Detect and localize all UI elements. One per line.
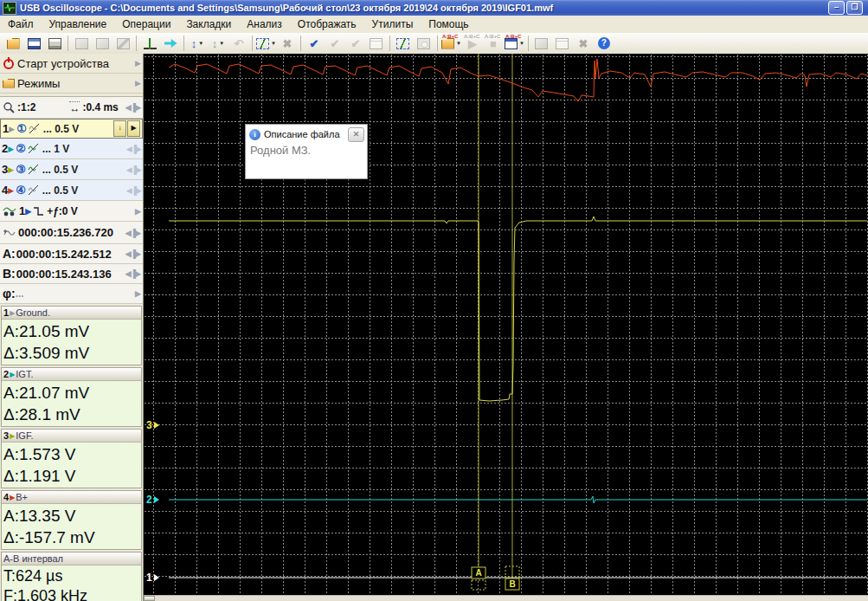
panel-header[interactable]: 2▶IGT. xyxy=(2,368,141,381)
print-icon xyxy=(48,38,61,49)
sync-time-row: 000:00:15.236.720 ◀▐▶ xyxy=(0,222,143,244)
overlay-frames-button[interactable]: ▼ xyxy=(256,34,276,53)
panel-title: IGF. xyxy=(16,430,33,441)
dropdown-arrow-icon[interactable]: ▼ xyxy=(271,41,276,46)
overlay-frames-icon xyxy=(256,38,269,49)
panel-value-2: Δ:-157.7 mV xyxy=(3,527,139,548)
save-file-button[interactable] xyxy=(24,34,43,53)
menu-item-5[interactable]: Анализ xyxy=(239,16,290,32)
result-delete-button: ✖ xyxy=(574,34,593,53)
channel-expand-button[interactable]: ▶ xyxy=(127,120,140,137)
channel-row-2[interactable]: 2▶②... 1 V◀▐▶ xyxy=(0,139,143,159)
tools-icon xyxy=(117,38,130,49)
channel-scale-value[interactable]: ... 1 V xyxy=(42,143,123,155)
panel-header[interactable]: 3▶IGF. xyxy=(2,430,141,443)
menu-item-7[interactable]: Утилиты xyxy=(364,16,421,32)
step-arrows-icon[interactable]: ◀▐▶ xyxy=(125,269,140,278)
script-run-icon: ▶ xyxy=(468,38,477,49)
trigger-level: +ƒ:0 V xyxy=(47,205,135,217)
scrollbar-button[interactable] xyxy=(144,596,155,601)
close-icon[interactable]: ✕ xyxy=(348,127,364,142)
step-arrows-icon[interactable]: ◀▐▶ xyxy=(125,103,140,112)
zoom-region-button xyxy=(415,34,434,53)
script-open-icon xyxy=(441,38,454,49)
channel-coupling-icon xyxy=(28,123,41,134)
channel4-b-plus-trace xyxy=(169,59,867,101)
modes-button[interactable]: Режимы ▶ xyxy=(0,74,143,94)
menu-item-6[interactable]: Отображать xyxy=(290,16,364,32)
time-per-div-value[interactable]: :0.4 ms xyxy=(82,101,118,113)
channel-apply-button[interactable]: ↓ xyxy=(113,120,126,137)
dropdown-arrow-icon[interactable]: ▼ xyxy=(456,41,461,46)
accept-all-button: ✔ xyxy=(325,34,344,53)
channel-row-4[interactable]: 4▶④... 0.5 V◀▐▶ xyxy=(0,180,143,201)
step-arrows-icon[interactable]: ◀▐▶ xyxy=(125,249,140,258)
channel-row-3[interactable]: 3▶③... 0.5 V◀▐▶ xyxy=(0,159,143,180)
script-stop-icon: ■ xyxy=(490,38,497,49)
dropdown-arrow-icon[interactable]: ▼ xyxy=(219,41,224,46)
scope-display[interactable]: AB321 i Описание файла ✕ Родной МЗ. xyxy=(144,54,868,595)
cursor-flag-ghost-a xyxy=(472,580,485,590)
cursor-b-label: B: xyxy=(3,267,16,281)
open-file-button[interactable] xyxy=(3,34,23,53)
script-run-button: A:B+C▶ xyxy=(463,34,482,53)
minimize-button[interactable]: ‒ xyxy=(828,1,845,15)
menu-item-2[interactable]: Управление xyxy=(42,16,115,32)
expand-arrow-icon[interactable]: ▶ xyxy=(135,79,140,87)
accept-button[interactable]: ✔ xyxy=(305,34,324,53)
restore-button[interactable]: ❐ xyxy=(846,1,863,15)
spike-view-button[interactable] xyxy=(140,34,159,53)
cursor-a-row: A: 000:00:15.242.512 ◀▐▶ xyxy=(0,244,143,264)
select-region-button[interactable] xyxy=(394,34,413,53)
panel-arrow-icon: ▶ xyxy=(10,494,15,501)
sidebar: Старт устройства ▶ Режимы ▶ :1:2 ↔ :0.4 … xyxy=(0,54,144,601)
channel-step-icons: ◀▐▶ xyxy=(126,165,141,174)
panel-channel-number: 2 xyxy=(3,369,9,379)
sync-time-value: 000:00:15.236.720 xyxy=(18,226,125,239)
menu-item-1[interactable]: Файл xyxy=(0,16,42,32)
menu-item-4[interactable]: Закладки xyxy=(178,16,239,32)
panel-value-2: Δ:1.191 V xyxy=(3,465,139,487)
vertical-scale-shrink-button[interactable]: ↕▼ xyxy=(209,34,228,53)
measure-panel-ground: 1▶Ground.A:21.05 mVΔ:3.509 mV xyxy=(1,306,142,365)
toolbar-separator xyxy=(389,36,390,51)
channel-scale-value[interactable]: ... 0.5 V xyxy=(42,164,123,176)
panel-header[interactable]: A-B интервал xyxy=(2,553,141,565)
menu-item-3[interactable]: Операции xyxy=(114,16,178,32)
panel-header[interactable]: 4▶B+ xyxy=(2,491,141,504)
pan-mode-button[interactable] xyxy=(161,34,180,53)
expand-arrow-icon[interactable]: ▶ xyxy=(135,59,140,68)
zoom-ratio-value[interactable]: :1:2 xyxy=(17,101,35,113)
script-open-button[interactable]: A:B+C▼ xyxy=(441,34,461,53)
accept-icon: ✔ xyxy=(310,38,319,49)
device-start-button[interactable]: Старт устройства ▶ xyxy=(0,54,143,74)
panel-header[interactable]: 1▶Ground. xyxy=(2,307,141,320)
horizontal-scrollbar[interactable] xyxy=(144,595,868,601)
result-doc-button xyxy=(553,34,572,53)
channel-row-1[interactable]: 1▶①... 0.5 V↓▶ xyxy=(0,119,143,139)
trace-marker-1[interactable]: 1 xyxy=(146,572,152,584)
print-button[interactable] xyxy=(45,34,64,53)
channel-scale-value[interactable]: ... 0.5 V xyxy=(42,184,123,197)
dropdown-arrow-icon[interactable]: ▼ xyxy=(198,41,203,46)
menu-item-8[interactable]: Помощь xyxy=(421,16,476,32)
help-button[interactable]: ? xyxy=(595,34,614,53)
dropdown-arrow-icon[interactable]: ▼ xyxy=(519,41,524,46)
step-arrows-icon[interactable]: ◀▐▶ xyxy=(125,229,140,237)
zoom-time-row: :1:2 ↔ :0.4 ms ◀▐▶ xyxy=(0,97,143,119)
vertical-scale-expand-button[interactable]: ↕▼ xyxy=(188,34,207,53)
expand-arrow-icon[interactable]: ▶ xyxy=(135,207,140,216)
trigger-row[interactable]: 1 ▶ +ƒ:0 V ▶ xyxy=(0,201,143,222)
trace-marker-3[interactable]: 3 xyxy=(146,419,152,431)
expand-arrow-icon[interactable]: ▶ xyxy=(135,289,140,298)
titlebar: USB Oscilloscope - C:\Documents and Sett… xyxy=(0,0,868,16)
copy-frame-icon xyxy=(75,38,88,49)
trace-marker-2[interactable]: 2 xyxy=(146,494,152,506)
channel-coupling-icon xyxy=(27,184,40,196)
panel-arrow-icon: ▶ xyxy=(10,371,15,378)
channel-scale-value[interactable]: ... 0.5 V xyxy=(43,123,113,135)
cursor-a-time: 000:00:15.242.512 xyxy=(16,248,125,261)
script-window-button[interactable]: A:B+C▼ xyxy=(505,34,524,53)
app-icon xyxy=(3,2,16,15)
channel-number: 3 xyxy=(2,163,8,176)
